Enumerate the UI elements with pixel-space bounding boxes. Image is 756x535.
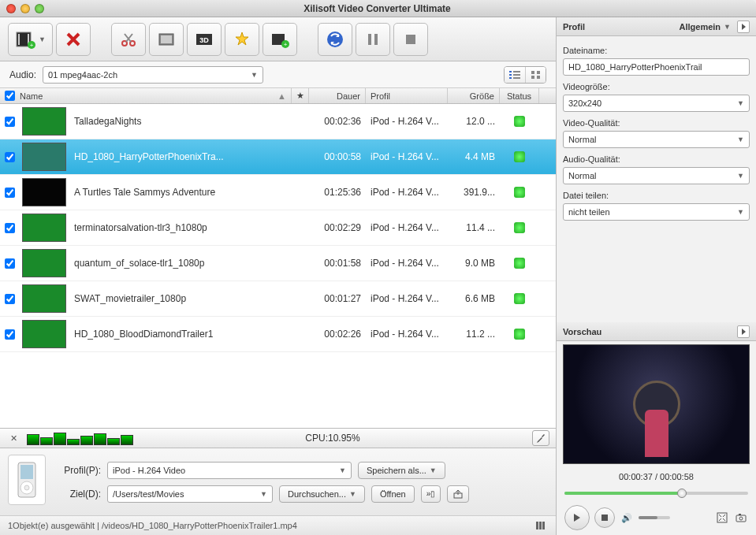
fullscreen-icon[interactable]: [715, 511, 729, 525]
row-size: 12.0 ...: [448, 116, 500, 127]
upload-button[interactable]: »▯: [421, 485, 441, 503]
3d-button[interactable]: 3D: [187, 23, 222, 56]
table-row[interactable]: HD_1080_BloodDiamondTrailer1 00:02:26 iP…: [0, 317, 556, 352]
table-row[interactable]: TalladegaNights 00:02:36 iPod - H.264 V.…: [0, 104, 556, 139]
svg-rect-23: [513, 77, 520, 79]
svg-rect-35: [542, 522, 545, 529]
table-row[interactable]: SWAT_movietrailer_1080p 00:01:27 iPod - …: [0, 281, 556, 317]
row-status: [500, 329, 539, 340]
row-duration: 01:25:36: [309, 187, 366, 198]
general-tab[interactable]: Allgemein: [680, 22, 721, 32]
settings-button[interactable]: [532, 430, 549, 446]
stop-button[interactable]: [393, 23, 428, 56]
row-checkbox[interactable]: [5, 294, 15, 304]
row-checkbox[interactable]: [5, 152, 15, 162]
list-view-button[interactable]: [505, 67, 525, 83]
row-name: A Turtles Tale Sammys Adventure: [69, 187, 292, 198]
sort-icon: ▲: [277, 91, 286, 101]
add-file-button[interactable]: + ▼: [8, 23, 53, 56]
row-checkbox[interactable]: [5, 117, 15, 127]
pause-button[interactable]: [356, 23, 390, 56]
svg-rect-16: [374, 34, 378, 45]
thumbnail: [22, 320, 66, 348]
col-size[interactable]: Größe: [448, 88, 500, 103]
stop-preview-button[interactable]: [594, 507, 615, 528]
svg-rect-29: [20, 465, 33, 479]
chevron-down-icon: ▼: [724, 23, 731, 31]
table-row[interactable]: quantum_of_solace-tlr1_1080p 00:01:58 iP…: [0, 246, 556, 281]
expand-button[interactable]: [737, 20, 750, 33]
add-clip-button[interactable]: +: [263, 23, 297, 56]
audio-combo[interactable]: 01 mpeg4aac-2ch ▼: [43, 66, 263, 84]
view-toggle: [504, 66, 546, 84]
svg-point-38: [739, 517, 743, 520]
col-status[interactable]: Status: [500, 88, 539, 103]
svg-rect-18: [509, 71, 512, 72]
preview-slider[interactable]: [564, 488, 748, 499]
row-checkbox[interactable]: [5, 223, 15, 233]
row-status: [500, 293, 539, 304]
volume-icon[interactable]: 🔊: [620, 511, 634, 525]
edit-button[interactable]: [149, 23, 184, 56]
col-duration[interactable]: Dauer: [309, 88, 366, 103]
close-icon[interactable]: [6, 4, 16, 13]
columns-icon[interactable]: [534, 518, 548, 533]
table-row[interactable]: A Turtles Tale Sammys Adventure 01:25:36…: [0, 175, 556, 210]
cut-button[interactable]: [111, 23, 146, 56]
thumb-view-button[interactable]: [525, 67, 546, 83]
volume-slider[interactable]: [639, 516, 670, 519]
close-cpu-icon[interactable]: ✕: [6, 431, 20, 445]
row-name: TalladegaNights: [69, 116, 292, 127]
chevron-down-icon: ▼: [251, 71, 258, 79]
status-text: 1Objekt(e) ausgewählt | /videos/HD_1080_…: [8, 521, 297, 530]
zoom-icon[interactable]: [35, 4, 44, 13]
aquality-combo[interactable]: Normal▼: [563, 167, 750, 184]
row-duration: 00:02:29: [309, 222, 366, 233]
minimize-icon[interactable]: [20, 4, 30, 13]
cpu-bar: ✕ CPU:10.95%: [0, 428, 556, 448]
row-status: [500, 222, 539, 233]
table-row[interactable]: terminatorsalvation-tlr3_h1080p 00:02:29…: [0, 210, 556, 246]
row-name: quantum_of_solace-tlr1_1080p: [69, 258, 292, 269]
browse-button[interactable]: Durchsuchen...▼: [279, 485, 365, 503]
open-button[interactable]: Öffnen: [371, 485, 415, 503]
dest-combo[interactable]: /Users/test/Movies ▼: [107, 485, 273, 503]
svg-rect-19: [513, 71, 520, 72]
svg-rect-37: [736, 515, 746, 522]
select-all-checkbox[interactable]: [5, 91, 15, 101]
col-profile[interactable]: Profil: [366, 88, 448, 103]
row-profile: iPod - H.264 V...: [366, 258, 448, 269]
profile-combo[interactable]: iPod - H.264 Video ▼: [107, 462, 352, 479]
play-button[interactable]: [564, 505, 590, 530]
preview-video[interactable]: [563, 344, 750, 464]
preview-time: 00:00:37 / 00:00:58: [557, 467, 756, 486]
table-row[interactable]: HD_1080_HarryPotterPhoenixTra... 00:00:5…: [0, 139, 556, 175]
vquality-combo[interactable]: Normal▼: [563, 131, 750, 148]
row-checkbox[interactable]: [5, 329, 15, 340]
split-combo[interactable]: nicht teilen▼: [563, 203, 750, 221]
audio-row: Audio: 01 mpeg4aac-2ch ▼: [0, 61, 556, 88]
convert-button[interactable]: [318, 23, 352, 56]
filename-label: Dateiname:: [563, 46, 750, 55]
aquality-label: Audio-Qualität:: [563, 154, 750, 164]
chevron-down-icon: ▼: [260, 490, 267, 498]
audio-label: Audio:: [9, 69, 36, 80]
row-profile: iPod - H.264 V...: [366, 116, 448, 127]
col-star[interactable]: ★: [292, 88, 309, 103]
table-header: Name ▲ ★ Dauer Profil Größe Status: [0, 88, 556, 104]
snapshot-icon[interactable]: [734, 511, 748, 525]
row-checkbox[interactable]: [5, 258, 15, 269]
videosize-combo[interactable]: 320x240▼: [563, 95, 750, 112]
remove-button[interactable]: [56, 23, 91, 56]
row-checkbox[interactable]: [5, 188, 15, 198]
save-as-button[interactable]: Speichern als...▼: [358, 462, 445, 479]
col-name[interactable]: Name ▲: [0, 88, 292, 103]
row-name: terminatorsalvation-tlr3_h1080p: [69, 222, 292, 233]
export-button[interactable]: [447, 485, 469, 503]
svg-rect-33: [536, 522, 538, 529]
effects-button[interactable]: [225, 23, 259, 56]
row-name: HD_1080_BloodDiamondTrailer1: [69, 329, 292, 340]
filename-field[interactable]: HD_1080_HarryPotterPhoenixTrail: [563, 58, 750, 76]
row-duration: 00:01:27: [309, 293, 366, 304]
preview-expand-button[interactable]: [737, 325, 750, 338]
